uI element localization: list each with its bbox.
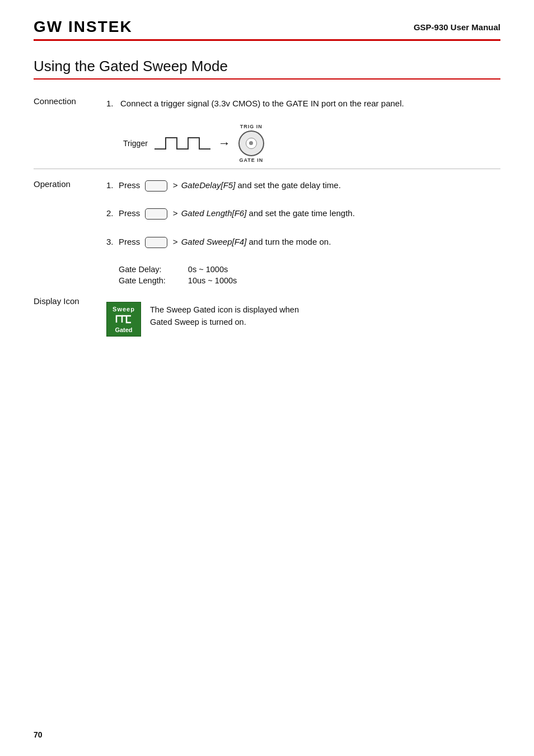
step3-command: Gated Sweep[F4] (181, 237, 247, 246)
step3-button (145, 237, 167, 248)
operation-step-1: 1. Press > GateDelay[F5] and set the gat… (106, 179, 500, 192)
operation-label: Operation (34, 179, 106, 287)
operation-step-2: 2. Press > Gated Length[F6] and set the … (106, 207, 500, 220)
spacer-2 (34, 286, 500, 296)
step2-num: 2. (106, 207, 119, 220)
operation-row: Operation 1. Press > GateDelay[F5] and s… (34, 179, 500, 287)
page-number: 70 (34, 730, 43, 739)
step2-content: Press > Gated Length[F6] and set the gat… (119, 207, 500, 220)
logo: GW INSTEK (34, 18, 133, 36)
gate-in-label: GATE IN (239, 157, 263, 163)
display-icon-row: Display Icon Sweep (34, 296, 500, 337)
step2-command: Gated Length[F6] (181, 208, 247, 218)
connector-inner (246, 138, 257, 149)
gate-info: Gate Delay: 0s ~ 1000s Gate Length: 10us… (119, 264, 500, 286)
step3-suffix: and turn the mode on. (249, 237, 331, 246)
gate-length-value: 10us ~ 1000s (188, 275, 259, 286)
display-icon-desc-line2: Gated Sweep is turned on. (150, 316, 299, 329)
connection-content: 1. Connect a trigger signal (3.3v CMOS) … (106, 96, 500, 169)
header: GW INSTEK GSP-930 User Manual (34, 18, 500, 41)
step3-content: Press > Gated Sweep[F4] and turn the mod… (119, 236, 500, 249)
pulse-signal-icon (154, 133, 210, 153)
display-icon-content: Sweep Gated The Sweep (106, 296, 500, 337)
trigger-label: Trigger (123, 139, 148, 148)
sweep-icon-symbol (115, 312, 132, 326)
gated-sweep-symbol-icon (115, 312, 132, 325)
spacer-1 (34, 169, 500, 179)
gate-info-table: Gate Delay: 0s ~ 1000s Gate Length: 10us… (119, 264, 259, 286)
connection-step1-text: Connect a trigger signal (3.3v CMOS) to … (120, 99, 404, 108)
trig-in-label: TRIG IN (240, 124, 263, 129)
sweep-icon-top-text: Sweep (113, 306, 135, 312)
sweep-gated-icon: Sweep Gated (106, 302, 141, 337)
gate-length-row: Gate Length: 10us ~ 1000s (119, 275, 259, 286)
manual-title: GSP-930 User Manual (414, 22, 500, 32)
sweep-icon-bottom-text: Gated (115, 326, 132, 333)
connector-dot (249, 141, 253, 145)
trigger-diagram: Trigger → TRIG IN GATE IN (123, 124, 500, 163)
step1-command: GateDelay[F5] (181, 180, 236, 190)
display-icon-desc-line1: The Sweep Gated icon is displayed when (150, 304, 299, 316)
gate-delay-label: Gate Delay: (119, 264, 188, 275)
logo-gw: GW INSTEK (34, 18, 133, 35)
page: GW INSTEK GSP-930 User Manual Using the … (0, 0, 534, 756)
step1-arrow: > (173, 180, 178, 190)
gate-delay-value: 0s ~ 1000s (188, 264, 259, 275)
connection-label: Connection (34, 96, 106, 169)
step2-arrow: > (173, 208, 178, 218)
connector-wrap: TRIG IN GATE IN (238, 124, 264, 163)
step1-num: 1. (106, 179, 119, 192)
step3-arrow: > (173, 237, 178, 246)
display-icon-description: The Sweep Gated icon is displayed when G… (150, 302, 299, 329)
display-icon-section: Sweep Gated The Sweep (106, 296, 500, 337)
operation-list: 1. Press > GateDelay[F5] and set the gat… (106, 179, 500, 249)
step1-suffix: and set the gate delay time. (238, 180, 341, 190)
step2-suffix: and set the gate time length. (249, 208, 355, 218)
step2-press: Press (119, 208, 140, 218)
step3-num: 3. (106, 236, 119, 249)
connection-step1-num: 1. (106, 99, 118, 108)
connection-row: Connection 1. Connect a trigger signal (… (34, 96, 500, 169)
connector-circle (238, 130, 264, 156)
step3-press: Press (119, 237, 140, 246)
gate-length-label: Gate Length: (119, 275, 188, 286)
operation-step-3: 3. Press > Gated Sweep[F4] and turn the … (106, 236, 500, 249)
display-icon-label: Display Icon (34, 296, 106, 337)
step1-press: Press (119, 180, 140, 190)
arrow-right-icon: → (218, 136, 231, 151)
section-title: Using the Gated Sweep Mode (34, 58, 500, 80)
content-table: Connection 1. Connect a trigger signal (… (34, 96, 500, 337)
step1-button (145, 180, 167, 192)
step1-content: Press > GateDelay[F5] and set the gate d… (119, 179, 500, 192)
step2-button (145, 208, 167, 220)
operation-content: 1. Press > GateDelay[F5] and set the gat… (106, 179, 500, 287)
gate-delay-row: Gate Delay: 0s ~ 1000s (119, 264, 259, 275)
